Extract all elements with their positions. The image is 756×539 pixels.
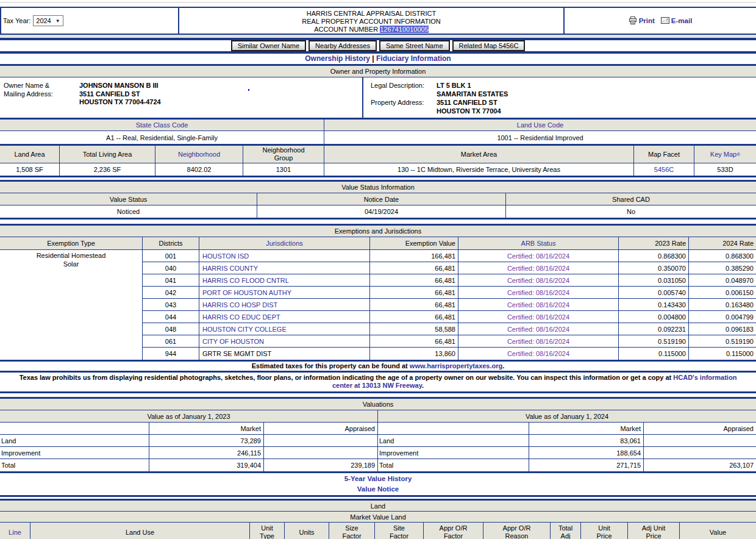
- land-area-header: Land Area: [0, 146, 60, 163]
- land-appraised-2023: [264, 435, 377, 446]
- rate-2023-cell: 0.092231: [619, 323, 689, 335]
- shared-cad-value: No: [506, 205, 756, 218]
- email-icon[interactable]: [661, 17, 669, 25]
- jurisdiction-link[interactable]: HARRIS CO HOSP DIST: [199, 299, 370, 310]
- land-summary-section: Land Area Total Living Area Neighborhood…: [0, 146, 756, 177]
- state-class-code-header[interactable]: State Class Code: [0, 120, 324, 130]
- arb-status-header[interactable]: ARB Status: [458, 237, 619, 249]
- neighborhood-value: 8402.02: [155, 163, 243, 176]
- owner-address-line2: HOUSTON TX 77004-4724: [79, 98, 161, 107]
- total-label-2024: Total: [378, 459, 529, 471]
- rate-2024-cell: 0.048970: [689, 274, 756, 286]
- email-link[interactable]: E-mail: [671, 17, 693, 24]
- total-label-2023: Total: [0, 459, 149, 471]
- tax-year-cell: Tax Year: 2024 ▼: [0, 8, 179, 34]
- arb-status-link[interactable]: Certified: 08/16/2024: [458, 287, 619, 298]
- notice-date-value: 04/19/2024: [257, 205, 506, 218]
- print-link[interactable]: Print: [639, 17, 655, 24]
- district-cell: 042: [143, 287, 199, 298]
- district-cell: 001: [143, 250, 199, 262]
- arb-status-link[interactable]: Certified: 08/16/2024: [458, 250, 619, 262]
- districts-header: Districts: [143, 237, 199, 249]
- total-living-area-value: 2,236 SF: [60, 163, 155, 176]
- district-cell: 061: [143, 335, 199, 347]
- related-map-button[interactable]: Related Map 5456C: [452, 40, 526, 51]
- legal-description-label: Legal Description:: [371, 82, 424, 89]
- nearby-addresses-button[interactable]: Nearby Addresses: [308, 40, 377, 51]
- header-title-line2: REAL PROPERTY ACCOUNT INFORMATION: [179, 18, 563, 26]
- header-title-line3: ACCOUNT NUMBER 1267410010005: [179, 26, 563, 34]
- appr-or-reason-header: Appr O/RReason: [483, 523, 551, 539]
- arb-status-link[interactable]: Certified: 08/16/2024: [458, 335, 619, 347]
- value-status-title: Value Status Information: [0, 182, 756, 193]
- land-use-code-value: 1001 -- Residential Improved: [324, 131, 756, 144]
- jurisdiction-link[interactable]: CITY OF HOUSTON: [199, 335, 370, 347]
- exemption-value-cell: 66,481: [370, 287, 458, 298]
- map-facet-value[interactable]: 5456C: [634, 163, 694, 176]
- arb-status-link[interactable]: Certified: 08/16/2024: [458, 348, 619, 360]
- key-map-header[interactable]: Key Map®: [694, 146, 756, 163]
- five-year-history-link[interactable]: 5-Year Value History: [344, 475, 412, 482]
- key-map-value: 533D: [694, 163, 756, 176]
- jurisdictions-header[interactable]: Jurisdictions: [199, 237, 370, 249]
- arb-status-link[interactable]: Certified: 08/16/2024: [458, 323, 619, 335]
- arb-status-link[interactable]: Certified: 08/16/2024: [458, 274, 619, 286]
- total-market-2024: 271,715: [529, 459, 644, 471]
- improvement-appraised-2024: [644, 447, 756, 459]
- tax-year-select[interactable]: 2024 ▼: [33, 15, 63, 26]
- exemption-value-cell: 166,481: [370, 250, 458, 262]
- unit-type-header: UnitType: [250, 523, 285, 539]
- map-facet-header: Map Facet: [634, 146, 694, 163]
- exemptions-title: Exemptions and Jurisdictions: [0, 226, 756, 237]
- jurisdiction-link[interactable]: PORT OF HOUSTON AUTHY: [199, 287, 370, 298]
- market-value-land-title: Market Value Land: [0, 512, 756, 523]
- print-icon[interactable]: [629, 16, 637, 26]
- rate-2023-cell: 0.005740: [619, 287, 689, 298]
- jurisdiction-link[interactable]: HARRIS COUNTY: [199, 262, 370, 274]
- buttons-bar: Similar Owner Name Nearby Addresses Same…: [0, 38, 756, 54]
- legal-description-line2: SAMARITAN ESTATES: [437, 90, 508, 99]
- same-street-name-button[interactable]: Same Street Name: [379, 40, 450, 51]
- estimated-taxes-text: Estimated taxes for this property can be…: [252, 362, 408, 369]
- ownership-history-link[interactable]: Ownership History: [305, 54, 370, 63]
- estimated-taxes-link[interactable]: www.harrispropertytaxes.org: [410, 362, 502, 369]
- improvement-label-2024: Improvement: [378, 447, 529, 459]
- chevron-down-icon: ▼: [55, 18, 60, 24]
- value-notice-link[interactable]: Value Notice: [357, 485, 399, 493]
- owner-address-line1: 3511 CANFIELD ST: [79, 90, 161, 99]
- valuations-2024-title: Value as of January 1, 2024: [378, 410, 756, 423]
- market-header-2023: Market: [149, 423, 264, 434]
- arb-status-link[interactable]: Certified: 08/16/2024: [458, 262, 619, 274]
- rate-2023-cell: 0.868300: [619, 250, 689, 262]
- similar-owner-name-button[interactable]: Similar Owner Name: [231, 40, 306, 51]
- arb-status-link[interactable]: Certified: 08/16/2024: [458, 311, 619, 323]
- exemption-value-cell: 66,481: [370, 262, 458, 274]
- units-header: Units: [285, 523, 329, 539]
- exemptions-section: Exemptions and Jurisdictions Exemption T…: [0, 224, 756, 360]
- line-header[interactable]: Line: [0, 523, 30, 539]
- blue-dot: [248, 89, 249, 91]
- arb-status-link[interactable]: Certified: 08/16/2024: [458, 299, 619, 310]
- legal-note: Texas law prohibits us from displaying r…: [12, 373, 744, 391]
- jurisdiction-link[interactable]: HOUSTON CITY COLLEGE: [199, 323, 370, 335]
- district-cell: 043: [143, 299, 199, 310]
- improvement-market-2024: 188,654: [529, 447, 644, 459]
- fiduciary-information-link[interactable]: Fiduciary Information: [376, 54, 451, 63]
- exemption-value-cell: 66,481: [370, 299, 458, 310]
- account-number: 1267410010005: [380, 26, 429, 33]
- rate-2023-cell: 0.350070: [619, 262, 689, 274]
- land-label-2023: Land: [0, 435, 149, 446]
- jurisdiction-link[interactable]: HARRIS CO FLOOD CNTRL: [199, 274, 370, 286]
- rate-2023-cell: 0.115000: [619, 348, 689, 360]
- value-status-header: Value Status: [0, 193, 257, 205]
- land-use-code-header[interactable]: Land Use Code: [324, 120, 756, 130]
- property-address-line2: HOUSTON TX 77004: [437, 107, 501, 116]
- total-adj-header: TotalAdj: [551, 523, 581, 539]
- total-appraised-2023: 239,189: [264, 459, 377, 471]
- exemption-value-cell: 66,481: [370, 274, 458, 286]
- neighborhood-header[interactable]: Neighborhood: [155, 146, 243, 163]
- jurisdiction-link[interactable]: HOUSTON ISD: [199, 250, 370, 262]
- jurisdiction-link[interactable]: HARRIS CO EDUC DEPT: [199, 311, 370, 323]
- size-factor-header: SizeFactor: [329, 523, 375, 539]
- district-cell: 044: [143, 311, 199, 323]
